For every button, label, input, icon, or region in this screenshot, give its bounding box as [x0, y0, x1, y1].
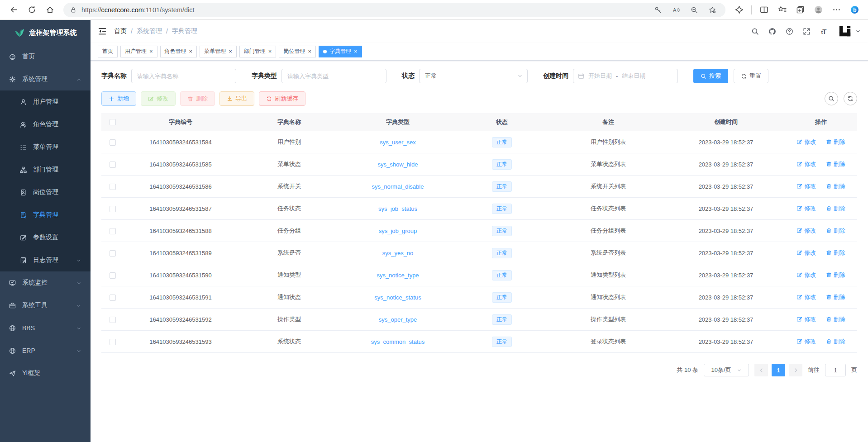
- status-select[interactable]: 正常: [419, 69, 528, 83]
- sidebar-item-5[interactable]: 部门管理: [0, 158, 91, 181]
- row-checkbox[interactable]: [110, 339, 116, 345]
- row-delete-button[interactable]: 删除: [826, 315, 845, 323]
- tab-5[interactable]: 岗位管理 ×: [279, 46, 316, 57]
- export-button[interactable]: 导出: [219, 91, 254, 106]
- delete-button[interactable]: 删除: [180, 91, 215, 106]
- row-checkbox[interactable]: [110, 206, 116, 212]
- row-delete-button[interactable]: 删除: [826, 182, 845, 190]
- dict-type-link[interactable]: sys_job_status: [378, 205, 417, 212]
- prev-page-button[interactable]: [754, 364, 768, 376]
- dict-type-link[interactable]: sys_yes_no: [382, 250, 414, 257]
- docs-help-button[interactable]: [782, 24, 796, 38]
- dict-type-link[interactable]: sys_show_hide: [378, 161, 418, 168]
- edit-button[interactable]: 修改: [141, 91, 176, 106]
- breadcrumb-item-1[interactable]: 系统管理: [137, 27, 162, 35]
- row-checkbox[interactable]: [110, 272, 116, 279]
- dict-type-link[interactable]: sys_normal_disable: [372, 183, 424, 190]
- address-bar[interactable]: https://ccnetcore.com:1101/system/dict A: [63, 3, 725, 17]
- row-edit-button[interactable]: 修改: [796, 315, 816, 323]
- row-checkbox[interactable]: [110, 295, 116, 301]
- dict-type-link[interactable]: sys_job_group: [379, 228, 417, 234]
- row-checkbox[interactable]: [110, 184, 116, 190]
- goto-page-input[interactable]: [825, 364, 846, 376]
- row-checkbox[interactable]: [110, 162, 116, 168]
- zoom-out-button[interactable]: [687, 3, 701, 17]
- fullscreen-button[interactable]: [799, 24, 814, 38]
- close-tab-icon[interactable]: ×: [268, 48, 272, 54]
- collapse-sidebar-icon[interactable]: [98, 27, 107, 36]
- close-tab-icon[interactable]: ×: [354, 48, 358, 54]
- row-edit-button[interactable]: 修改: [796, 337, 816, 346]
- row-edit-button[interactable]: 修改: [796, 138, 816, 146]
- add-favorite-button[interactable]: [706, 3, 719, 17]
- browser-menu-button[interactable]: [828, 2, 844, 18]
- refresh-cache-button[interactable]: 刷新缓存: [259, 91, 305, 106]
- breadcrumb-item-0[interactable]: 首页: [114, 27, 127, 35]
- tab-1[interactable]: 用户管理 ×: [120, 46, 157, 57]
- tab-6[interactable]: 字典管理 ×: [319, 46, 362, 57]
- row-delete-button[interactable]: 删除: [826, 271, 845, 279]
- browser-home-button[interactable]: [42, 2, 58, 18]
- dict-type-link[interactable]: sys_notice_status: [374, 294, 421, 301]
- dict-type-link[interactable]: sys_common_status: [371, 338, 425, 345]
- user-avatar-logo[interactable]: [838, 24, 852, 38]
- dict-type-input[interactable]: [281, 69, 386, 83]
- tab-3[interactable]: 菜单管理 ×: [200, 46, 237, 57]
- row-edit-button[interactable]: 修改: [796, 204, 816, 213]
- toggle-search-button[interactable]: [825, 92, 838, 105]
- tab-2[interactable]: 角色管理 ×: [160, 46, 197, 57]
- dict-type-link[interactable]: sys_oper_type: [379, 316, 417, 323]
- dict-type-link[interactable]: sys_notice_type: [377, 272, 419, 279]
- sidebar-item-9[interactable]: 日志管理: [0, 249, 91, 271]
- saved-password-button[interactable]: [651, 3, 665, 17]
- sidebar-item-8[interactable]: 参数设置: [0, 226, 91, 249]
- close-tab-icon[interactable]: ×: [229, 48, 232, 54]
- dict-name-input[interactable]: [131, 69, 236, 83]
- sidebar-item-11[interactable]: 系统工具: [0, 294, 91, 317]
- row-edit-button[interactable]: 修改: [796, 249, 816, 257]
- row-delete-button[interactable]: 删除: [826, 204, 845, 213]
- next-page-button[interactable]: [789, 364, 802, 376]
- browser-back-button[interactable]: [5, 2, 22, 18]
- sidebar-item-14[interactable]: Yi框架: [0, 362, 91, 385]
- breadcrumb-item-2[interactable]: 字典管理: [172, 27, 197, 35]
- row-edit-button[interactable]: 修改: [796, 271, 816, 279]
- row-checkbox[interactable]: [110, 139, 116, 146]
- close-tab-icon[interactable]: ×: [189, 48, 193, 54]
- chevron-down-icon[interactable]: [855, 29, 861, 34]
- github-link-button[interactable]: [765, 24, 779, 38]
- sidebar-item-1[interactable]: 系统管理: [0, 68, 91, 90]
- row-delete-button[interactable]: 删除: [826, 249, 845, 257]
- app-logo[interactable]: 意框架管理系统: [0, 20, 91, 45]
- row-checkbox[interactable]: [110, 317, 116, 323]
- row-edit-button[interactable]: 修改: [796, 227, 816, 235]
- close-tab-icon[interactable]: ×: [149, 48, 153, 54]
- sidebar-item-6[interactable]: 岗位管理: [0, 181, 91, 204]
- collections-button[interactable]: [792, 2, 808, 18]
- read-aloud-button[interactable]: A: [669, 3, 683, 17]
- font-size-button[interactable]: tT: [816, 24, 831, 38]
- search-button[interactable]: 搜索: [693, 69, 728, 83]
- row-delete-button[interactable]: 删除: [826, 138, 845, 146]
- favorites-button[interactable]: [774, 2, 790, 18]
- dict-type-link[interactable]: sys_user_sex: [380, 139, 415, 146]
- sidebar-item-3[interactable]: 角色管理: [0, 113, 91, 136]
- row-edit-button[interactable]: 修改: [796, 160, 816, 168]
- sidebar-item-7[interactable]: 字典管理: [0, 204, 91, 226]
- sidebar-item-0[interactable]: 首页: [0, 45, 91, 68]
- sidebar-item-13[interactable]: ERP: [0, 339, 91, 362]
- sidebar-item-2[interactable]: 用户管理: [0, 90, 91, 113]
- row-checkbox[interactable]: [110, 250, 116, 257]
- close-tab-icon[interactable]: ×: [308, 48, 311, 54]
- browser-essentials-button[interactable]: [731, 2, 747, 18]
- row-checkbox[interactable]: [110, 228, 116, 234]
- row-delete-button[interactable]: 删除: [826, 227, 845, 235]
- page-size-select[interactable]: 10条/页: [704, 364, 749, 376]
- row-delete-button[interactable]: 删除: [826, 160, 845, 168]
- tab-0[interactable]: 首页: [98, 46, 118, 57]
- add-button[interactable]: 新增: [101, 91, 136, 106]
- page-number-button[interactable]: 1: [772, 364, 785, 376]
- bing-chat-button[interactable]: b: [846, 2, 863, 18]
- row-edit-button[interactable]: 修改: [796, 182, 816, 190]
- refresh-table-button[interactable]: [844, 92, 857, 105]
